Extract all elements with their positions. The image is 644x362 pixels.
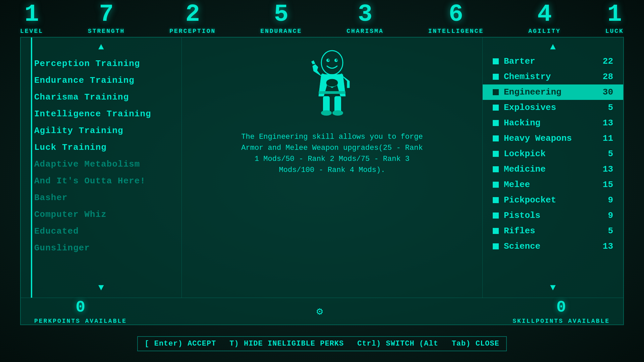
skill-value: 9 — [608, 210, 613, 221]
stat-value-perception: 2 — [185, 2, 200, 26]
skill-item[interactable]: Barter 22 — [483, 54, 623, 69]
skill-item[interactable]: Explosives 5 — [483, 100, 623, 115]
stat-agility: 4 AGILITY — [528, 2, 561, 35]
stat-value-level: 1 — [24, 2, 39, 26]
perk-item[interactable]: Gunslinger — [21, 240, 181, 256]
skill-name: Engineering — [504, 87, 598, 97]
perk-item[interactable]: Luck Training — [21, 139, 181, 156]
svg-point-5 — [326, 79, 338, 87]
skill-name: Melee — [504, 180, 598, 190]
skill-icon — [493, 228, 499, 234]
keybind-item[interactable]: T) HIDE INELIGIBLE PERKS — [229, 340, 344, 348]
keybind-item[interactable]: [ Enter) ACCEPT — [145, 340, 216, 348]
perk-item[interactable]: Agility Training — [21, 122, 181, 139]
skillpoints-value: 0 — [556, 298, 566, 316]
stat-value-charisma: 3 — [358, 2, 372, 26]
skill-icon — [493, 151, 499, 157]
keybind-container: [ Enter) ACCEPTT) HIDE INELIGIBLE PERKSC… — [137, 336, 506, 351]
stat-label-strength: STRENGTH — [88, 28, 125, 35]
stat-value-luck: 1 — [607, 2, 622, 26]
stat-value-strength: 7 — [99, 2, 114, 26]
stat-luck: 1 LUCK — [605, 2, 624, 35]
svg-point-0 — [321, 51, 343, 75]
skill-name: Pickpocket — [504, 195, 603, 205]
skill-item[interactable]: Pistols 9 — [483, 208, 623, 223]
stat-endurance: 5 ENDURANCE — [260, 2, 302, 35]
skill-item[interactable]: Rifles 5 — [483, 223, 623, 239]
perks-scroll-down[interactable]: ▼ — [21, 282, 181, 294]
skill-item[interactable]: Hacking 13 — [483, 115, 623, 131]
skill-item[interactable]: Melee 15 — [483, 177, 623, 192]
skills-panel: ▲ Barter 22 Chemistry 28 Engineering 30 … — [482, 38, 623, 298]
skill-value: 5 — [608, 103, 613, 113]
skill-icon — [493, 243, 499, 249]
svg-rect-10 — [319, 91, 345, 94]
perk-item[interactable]: Intelligence Training — [21, 106, 181, 122]
skill-item[interactable]: Science 13 — [483, 239, 623, 254]
skill-value: 28 — [603, 72, 613, 82]
skill-value: 13 — [603, 118, 613, 128]
skills-scroll-down[interactable]: ▼ — [483, 282, 623, 294]
perks-scroll-up[interactable]: ▲ — [21, 41, 181, 54]
perk-item[interactable]: Perception Training — [21, 55, 181, 72]
stat-label-perception: PERCEPTION — [169, 28, 216, 35]
skillpoints-section: 0 SKILLPOINTS AVAILABLE — [513, 298, 610, 324]
stat-label-agility: AGILITY — [528, 28, 561, 35]
perk-item[interactable]: Charisma Training — [21, 89, 181, 106]
stats-bar: 1 LEVEL 7 STRENGTH 2 PERCEPTION 5 ENDURA… — [0, 0, 644, 37]
skill-description: The Engineering skill allows you to forg… — [231, 131, 433, 176]
stat-value-endurance: 5 — [274, 2, 288, 26]
skill-icon — [493, 197, 499, 203]
skill-icon — [493, 58, 499, 64]
skill-value: 9 — [608, 195, 613, 205]
stat-level: 1 LEVEL — [20, 2, 43, 35]
perk-item[interactable]: Educated — [21, 223, 181, 240]
skill-icon — [493, 213, 499, 219]
perk-item[interactable]: Computer Whiz — [21, 206, 181, 223]
skill-list: Barter 22 Chemistry 28 Engineering 30 Ex… — [483, 54, 623, 282]
skill-item[interactable]: Heavy Weapons 11 — [483, 131, 623, 146]
skill-value: 15 — [603, 180, 613, 190]
perkpoints-value: 0 — [76, 298, 86, 316]
center-panel: The Engineering skill allows you to forg… — [182, 38, 482, 298]
stat-perception: 2 PERCEPTION — [169, 2, 216, 35]
skill-value: 11 — [603, 133, 613, 143]
perk-item[interactable]: Endurance Training — [21, 72, 181, 89]
skills-scroll-up[interactable]: ▲ — [483, 41, 623, 54]
svg-point-8 — [321, 110, 332, 116]
bottom-bar: 0 PERKPOINTS AVAILABLE ⚙ 0 SKILLPOINTS A… — [21, 298, 623, 324]
skill-item[interactable]: Lockpick 5 — [483, 146, 623, 162]
stat-label-luck: LUCK — [605, 28, 624, 35]
svg-point-4 — [336, 59, 337, 61]
perkpoints-label: PERKPOINTS AVAILABLE — [34, 318, 127, 324]
perkpoints-section: 0 PERKPOINTS AVAILABLE — [34, 298, 127, 324]
main-panel: ▲ Perception TrainingEndurance TrainingC… — [20, 37, 624, 325]
skill-name: Explosives — [504, 103, 603, 113]
skill-value: 30 — [603, 87, 613, 97]
skill-icon — [493, 120, 499, 126]
vault-boy-image — [295, 48, 369, 121]
settings-icon[interactable]: ⚙ — [316, 305, 323, 318]
skill-item[interactable]: Engineering 30 — [483, 84, 623, 100]
skillpoints-label: SKILLPOINTS AVAILABLE — [513, 318, 610, 324]
skill-item[interactable]: Pickpocket 9 — [483, 192, 623, 208]
skill-icon — [493, 182, 499, 188]
skill-item[interactable]: Medicine 13 — [483, 162, 623, 177]
perk-item[interactable]: Adaptive Metabolism — [21, 156, 181, 173]
skill-value: 5 — [608, 149, 613, 159]
perk-item[interactable]: And It's Outta Here! — [21, 173, 181, 189]
perks-panel: ▲ Perception TrainingEndurance TrainingC… — [21, 38, 182, 298]
skill-item[interactable]: Chemistry 28 — [483, 69, 623, 84]
stat-label-level: LEVEL — [20, 28, 43, 35]
skill-name: Hacking — [504, 118, 598, 128]
skill-value: 5 — [608, 226, 613, 236]
skill-name: Pistols — [504, 210, 603, 221]
stat-intelligence: 6 INTELLIGENCE — [428, 2, 484, 35]
skill-icon — [493, 105, 499, 111]
stat-strength: 7 STRENGTH — [88, 2, 125, 35]
skill-icon — [493, 166, 499, 172]
skill-icon — [493, 74, 499, 80]
keybind-item[interactable]: Tab) CLOSE — [452, 340, 499, 348]
keybind-item[interactable]: Ctrl) SWITCH (Alt — [357, 340, 438, 348]
perk-item[interactable]: Basher — [21, 189, 181, 206]
